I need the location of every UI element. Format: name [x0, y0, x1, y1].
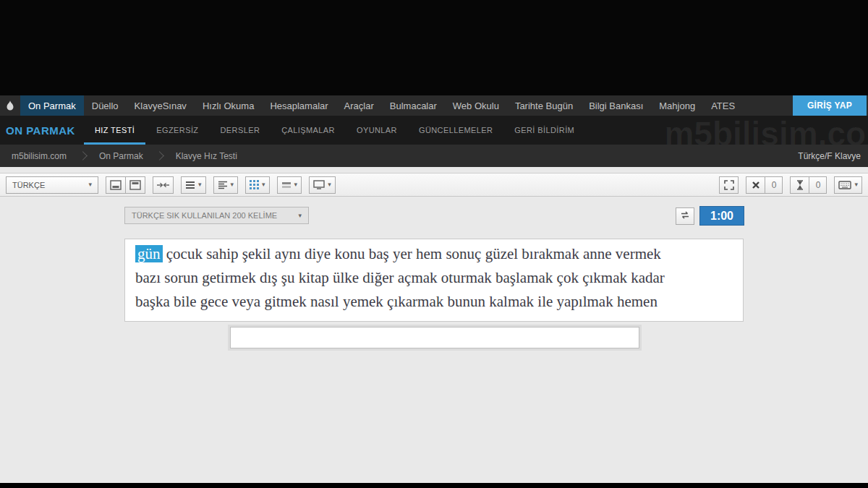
hand-position-icon: [157, 181, 169, 189]
current-word-highlight: gün: [135, 245, 163, 262]
subnav-item-dersler[interactable]: DERSLER: [209, 116, 271, 145]
caret-down-icon: ▾: [328, 181, 331, 188]
top-navigation: On Parmak Düello KlavyeSınav Hızlı Okuma…: [0, 95, 868, 116]
topnav-item-hesaplamalar[interactable]: Hesaplamalar: [262, 95, 336, 116]
fullscreen-icon: [724, 180, 734, 190]
keyboard-icon: [838, 181, 851, 189]
breadcrumb-klavye-hiz-testi[interactable]: Klavye Hız Testi: [164, 145, 249, 167]
caret-down-icon: ▾: [298, 213, 302, 219]
list-menu-button[interactable]: ▾: [181, 176, 206, 194]
wordlist-select-value: TÜRKÇE SIK KULLANILAN 200 KELİME: [132, 211, 277, 220]
grid-icon: [250, 180, 259, 189]
text-line-3: başka bile gece veya gitmek nasıl yemek …: [135, 290, 733, 314]
subnav-item-hiz-testi[interactable]: HIZ TESTİ: [84, 116, 145, 145]
caret-down-icon: ▾: [231, 181, 234, 188]
watermark: m5bilisim.com: [664, 116, 868, 145]
topnav-item-bilgi-bankasi[interactable]: Bilgi Bankası: [581, 95, 651, 116]
test-toolbar: TÜRKÇE ▾ ▾ ▾ ▾ ▾: [0, 173, 868, 197]
topnav-item-mahjong[interactable]: Mahjong: [651, 95, 703, 116]
panel-top-toggle-button[interactable]: [125, 176, 145, 194]
text-line-2: bazı sorun getirmek dış şu kitap ülke di…: [135, 266, 733, 290]
hand-position-button[interactable]: [153, 176, 174, 194]
subnav-item-egzersiz[interactable]: EGZERSİZ: [145, 116, 209, 145]
caret-down-icon: ▾: [854, 181, 858, 188]
restart-button[interactable]: [676, 207, 694, 225]
hourglass-icon: [796, 180, 804, 190]
timer-display: 1:00: [699, 206, 744, 226]
error-counter-button[interactable]: [746, 176, 765, 194]
section-navigation: ON PARMAK HIZ TESTİ EGZERSİZ DERSLER ÇAL…: [0, 116, 868, 145]
subnav-item-calismalar[interactable]: ÇALIŞMALAR: [271, 116, 346, 145]
elapsed-count: 0: [809, 176, 827, 194]
monitor-icon: [313, 180, 325, 189]
list-icon: [185, 181, 195, 189]
subnav-item-guncellemeler[interactable]: GÜNCELLEMELER: [408, 116, 503, 145]
topnav-item-duello[interactable]: Düello: [84, 95, 127, 116]
caret-down-icon: ▾: [262, 181, 265, 188]
page: On Parmak Düello KlavyeSınav Hızlı Okuma…: [0, 0, 868, 488]
chevron-right-icon: [78, 151, 88, 160]
language-select-value: TÜRKÇE: [12, 181, 45, 189]
topnav-item-on-parmak[interactable]: On Parmak: [20, 95, 84, 116]
panel-bottom-icon: [110, 180, 122, 190]
close-icon: [752, 181, 760, 189]
breadcrumb-home[interactable]: m5bilisim.com: [0, 145, 78, 167]
subnav-item-geri-bildirim[interactable]: GERİ BİLDİRİM: [503, 116, 585, 145]
topnav-item-klavyesinav[interactable]: KlavyeSınav: [127, 95, 195, 116]
breadcrumb-on-parmak[interactable]: On Parmak: [88, 145, 155, 167]
keyboard-layout-label: Türkçe/F Klavye: [798, 151, 868, 161]
section-brand: ON PARMAK: [0, 124, 84, 137]
grid-menu-button[interactable]: ▾: [245, 176, 270, 194]
wordlist-select[interactable]: TÜRKÇE SIK KULLANILAN 200 KELİME ▾: [124, 207, 309, 224]
panel-top-icon: [129, 180, 141, 190]
flame-icon: [0, 95, 20, 116]
topnav-item-ates[interactable]: ATES: [703, 95, 743, 116]
toolbar-right-group: 0 0 ▾: [719, 176, 862, 194]
keyboard-menu-button[interactable]: ▾: [834, 176, 862, 194]
error-count: 0: [765, 176, 783, 194]
language-select[interactable]: TÜRKÇE ▾: [6, 176, 98, 194]
align-menu-button[interactable]: ▾: [213, 176, 239, 194]
topnav-item-araclar[interactable]: Araçlar: [336, 95, 382, 116]
rows-icon: [281, 181, 292, 189]
fullscreen-button[interactable]: [719, 176, 739, 194]
subnav-item-oyunlar[interactable]: OYUNLAR: [346, 116, 408, 145]
topnav-item-hizli-okuma[interactable]: Hızlı Okuma: [195, 95, 263, 116]
typing-input[interactable]: [230, 327, 639, 348]
topnav-item-web-okulu[interactable]: Web Okulu: [445, 95, 507, 116]
topnav-item-tarihte-bugun[interactable]: Tarihte Bugün: [507, 95, 581, 116]
screen-menu-button[interactable]: ▾: [309, 176, 336, 194]
align-icon: [218, 181, 228, 189]
caret-down-icon: ▾: [198, 181, 202, 188]
login-button[interactable]: GİRİŞ YAP: [793, 95, 867, 116]
text-line-1-rest: çocuk sahip şekil aynı diye konu baş yer…: [163, 245, 661, 262]
topnav-item-bulmacalar[interactable]: Bulmacalar: [382, 95, 445, 116]
text-line-1: gün çocuk sahip şekil aynı diye konu baş…: [135, 242, 733, 266]
chevron-right-icon: [155, 151, 164, 160]
restart-icon: [680, 210, 690, 223]
panel-bottom-toggle-button[interactable]: [106, 176, 126, 194]
bottom-bar: [0, 483, 868, 488]
breadcrumb: m5bilisim.com On Parmak Klavye Hız Testi…: [0, 145, 868, 167]
time-counter-button[interactable]: [790, 176, 809, 194]
rows-menu-button[interactable]: ▾: [277, 176, 302, 194]
top-banner-space: [0, 0, 868, 95]
caret-down-icon: ▾: [294, 181, 298, 188]
word-text-panel: gün çocuk sahip şekil aynı diye konu baş…: [124, 239, 744, 322]
caret-down-icon: ▾: [88, 181, 92, 188]
